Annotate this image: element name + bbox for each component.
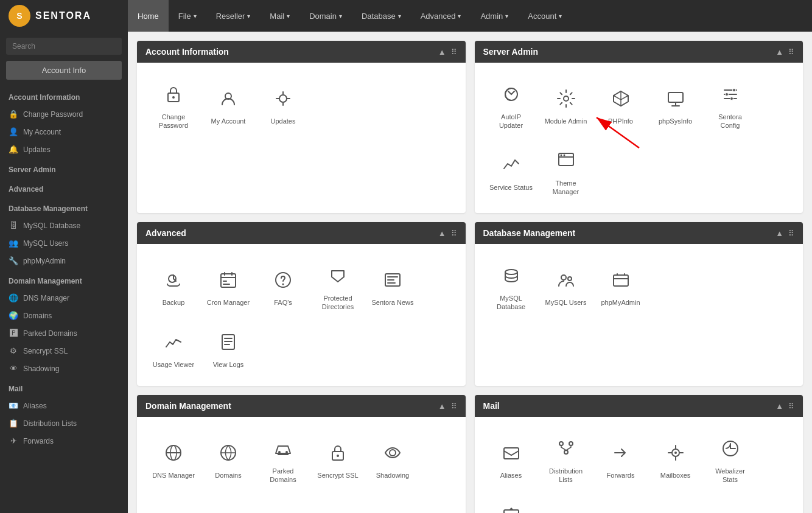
panel-item-phpinfo[interactable]: PHPInfo (597, 75, 645, 135)
sidebar-item-forwards[interactable]: ✈Forwards (0, 432, 128, 450)
panel-item-cron-manager[interactable]: Cron Manager (204, 256, 253, 316)
mail-panel: Mail ▲ ⠿ AliasesDistribution ListsForwar… (475, 395, 803, 513)
panel-item-service-status[interactable]: Service Status (487, 141, 536, 201)
grid-icon[interactable]: ⠿ (788, 229, 794, 238)
sidebar-item-updates[interactable]: 🔔Updates (0, 141, 128, 158)
grid-icon[interactable]: ⠿ (788, 47, 794, 57)
panel-item-view-logs[interactable]: View Logs (204, 323, 253, 374)
panel-item-autoip-updater[interactable]: AutoIP Updater (487, 75, 536, 135)
sidebar-item-change-password[interactable]: 🔒Change Password (0, 105, 128, 123)
sidebar-item-phpmyadmin[interactable]: 🔧phpMyAdmin (0, 252, 128, 270)
collapse-icon[interactable]: ▲ (438, 47, 446, 57)
sidebar-item-sencrypt-ssl[interactable]: ⚙Sencrypt SSL (0, 342, 128, 360)
nav-item-mail[interactable]: Mail ▾ (260, 0, 299, 32)
database-management-title: Database Management (483, 228, 576, 238)
panel-item-sentora-news[interactable]: Sentora News (368, 256, 417, 316)
server-admin-body: AutoIP UpdaterModule AdminPHPInfophpSysI… (475, 63, 803, 213)
svg-point-5 (564, 96, 569, 101)
panel-item-mailboxes[interactable]: Mailboxes (651, 429, 700, 489)
panel-label-distribution-lists: Distribution Lists (544, 467, 588, 484)
mail-controls: ▲ ⠿ (775, 402, 794, 411)
panel-item-phpmyadmin[interactable]: phpMyAdmin (597, 256, 645, 316)
nav-item-advanced[interactable]: Advanced ▾ (411, 0, 471, 32)
collapse-icon[interactable]: ▲ (438, 229, 446, 238)
panel-item-module-admin[interactable]: Module Admin (542, 75, 590, 135)
search-input[interactable] (6, 38, 122, 55)
sidebar-item-parked-domains[interactable]: 🅿Parked Domains (0, 324, 128, 342)
nav-item-domain[interactable]: Domain ▾ (299, 0, 352, 32)
grid-icon[interactable]: ⠿ (451, 402, 457, 411)
sidebar-item-mysql-users[interactable]: 👥MySQL Users (0, 234, 128, 252)
panel-item-mysql-database[interactable]: MySQL Database (487, 256, 536, 316)
nav-item-database[interactable]: Database ▾ (352, 0, 411, 32)
sidebar-label-aliases: Aliases (23, 402, 47, 410)
nav-item-reseller[interactable]: Reseller ▾ (206, 0, 261, 32)
database-management-controls: ▲ ⠿ (775, 229, 794, 238)
panel-item-usage-viewer[interactable]: Usage Viewer (149, 323, 198, 374)
sidebar-item-shadowing[interactable]: 👁Shadowing (0, 360, 128, 377)
advanced-body: BackupCron ManagerFAQ'sProtected Directo… (137, 244, 466, 386)
sidebar-item-dns-manager[interactable]: 🌐DNS Manager (0, 289, 128, 307)
svg-point-33 (569, 442, 573, 445)
panel-item-updates[interactable]: Updates (259, 75, 307, 135)
panel-item-dns-manager[interactable]: DNS Manager (149, 429, 198, 489)
collapse-icon[interactable]: ▲ (438, 402, 446, 411)
panel-label-sentora-news: Sentora News (371, 298, 413, 307)
collapse-icon[interactable]: ▲ (775, 402, 783, 411)
panel-item-sentora-config[interactable]: Sentora Config (706, 75, 755, 135)
panel-item-protected-directories[interactable]: Protected Directories (313, 256, 362, 316)
grid-icon[interactable]: ⠿ (451, 229, 457, 238)
panel-item-backup[interactable]: Backup (149, 256, 198, 316)
panel-icon-backup (159, 265, 188, 295)
panel-icon-webmail (497, 500, 526, 513)
row-2: Advanced ▲ ⠿ BackupCron ManagerFAQ'sProt… (137, 222, 803, 386)
panel-item-domains[interactable]: Domains (204, 429, 253, 489)
sidebar-item-distribution-lists[interactable]: 📋Distribution Lists (0, 414, 128, 432)
panel-item-theme-manager[interactable]: Theme Manager (542, 141, 590, 201)
panel-icon-domains (214, 438, 243, 467)
grid-icon[interactable]: ⠿ (451, 47, 457, 57)
sidebar-icon-parked-domains: 🅿 (9, 329, 18, 338)
collapse-icon[interactable]: ▲ (775, 229, 783, 238)
sidebar-item-domains[interactable]: 🌍Domains (0, 307, 128, 324)
panel-item-shadowing[interactable]: Shadowing (368, 429, 417, 489)
sidebar-item-aliases[interactable]: 📧Aliases (0, 397, 128, 414)
nav-item-admin[interactable]: Admin ▾ (471, 0, 518, 32)
panel-item-change-password[interactable]: Change Password (149, 75, 198, 135)
grid-icon[interactable]: ⠿ (788, 402, 794, 411)
svg-point-20 (561, 275, 566, 280)
panel-icon-view-logs (214, 327, 243, 357)
panel-item-my-account[interactable]: My Account (204, 75, 253, 135)
panel-icon-sentora-news (378, 265, 407, 295)
panel-label-parked-domains: Parked Domains (261, 467, 305, 484)
database-management-panel: Database Management ▲ ⠿ MySQL DatabaseMy… (475, 222, 803, 386)
account-information-title: Account Information (145, 47, 229, 57)
panel-item-aliases[interactable]: Aliases (487, 429, 536, 489)
sidebar-label-mysql-database: MySQL Database (23, 222, 80, 230)
account-info-button[interactable]: Account Info (6, 61, 122, 80)
domain-management-body: DNS ManagerDomainsParked DomainsSencrypt… (137, 417, 466, 501)
sidebar-icon-mysql-database: 🗄 (9, 221, 18, 230)
panel-icon-mailboxes (661, 438, 690, 467)
panel-item-mysql-users[interactable]: MySQL Users (542, 256, 590, 316)
collapse-icon[interactable]: ▲ (775, 47, 783, 57)
panel-label-theme-manager: Theme Manager (544, 179, 588, 197)
panel-item-forwards[interactable]: Forwards (597, 429, 645, 489)
panel-item-webmail[interactable]: WebMail (487, 495, 536, 513)
sidebar-item-my-account[interactable]: 👤My Account (0, 123, 128, 141)
panel-item-distribution-lists[interactable]: Distribution Lists (542, 429, 590, 489)
panel-item-sencrypt-ssl[interactable]: Sencrypt SSL (313, 429, 362, 489)
panel-icon-shadowing (378, 438, 407, 467)
panel-item-phpsysinfo[interactable]: phpSysInfo (651, 75, 700, 135)
panel-item-faq's[interactable]: FAQ's (259, 256, 307, 316)
svg-rect-38 (504, 510, 519, 513)
panel-item-webalizer-stats[interactable]: Webalizer Stats (706, 429, 755, 489)
sidebar-item-mysql-database[interactable]: 🗄MySQL Database (0, 217, 128, 234)
panel-item-parked-domains[interactable]: Parked Domains (259, 429, 307, 489)
nav-item-home[interactable]: Home (128, 0, 169, 32)
sidebar-icon-change-password: 🔒 (9, 110, 18, 119)
logo-area: S SENTORA (0, 5, 128, 27)
svg-point-29 (337, 455, 339, 457)
nav-item-account[interactable]: Account ▾ (518, 0, 572, 32)
nav-item-file[interactable]: File ▾ (169, 0, 206, 32)
